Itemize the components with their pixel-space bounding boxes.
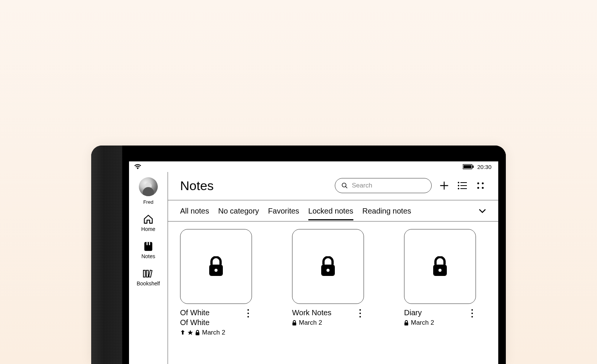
tab-all-notes[interactable]: All notes [180,201,209,220]
add-button[interactable] [438,180,450,191]
device-bezel [122,146,506,161]
list-view-button[interactable] [457,180,468,191]
svg-point-30 [438,269,442,272]
svg-point-17 [458,188,459,189]
search-input[interactable] [352,182,425,189]
sidebar-item-bookshelf[interactable]: Bookshelf [137,268,160,287]
svg-point-13 [458,182,459,183]
note-card[interactable]: Diary March 2 [404,229,476,336]
svg-point-15 [458,185,459,186]
svg-point-22 [482,187,484,189]
note-menu-button[interactable] [244,308,252,318]
notes-grid: Of White Of White March 2 [168,221,498,364]
svg-line-10 [345,186,347,188]
sidebar-item-label: Bookshelf [137,280,160,287]
home-icon [143,214,154,225]
search-icon [341,182,348,189]
bookshelf-icon [143,268,154,279]
sidebar: Fred Home Notes B [129,172,168,364]
more-options-button[interactable] [475,180,486,191]
lock-small-icon [195,330,200,335]
device-spine [91,146,122,364]
search-field[interactable] [335,178,432,193]
page-title: Notes [180,178,214,193]
note-title: Work Notes [292,308,331,318]
note-title: Of White [180,308,210,318]
svg-point-27 [326,269,330,272]
note-thumbnail[interactable] [404,229,476,304]
note-date: March 2 [299,319,322,327]
lock-icon [208,256,224,277]
svg-rect-3 [144,242,152,251]
tab-favorites[interactable]: Favorites [268,201,299,220]
note-meta: March 2 [292,319,364,327]
note-thumbnail[interactable] [180,229,252,304]
svg-point-24 [215,269,218,272]
header: Notes [168,172,498,200]
svg-rect-7 [146,270,148,277]
svg-point-21 [477,187,479,189]
svg-rect-1 [463,165,471,168]
sidebar-user-name: Fred [143,199,154,205]
sidebar-item-notes[interactable]: Notes [141,241,155,259]
lock-icon [320,256,336,277]
note-title: Diary [404,308,422,318]
sidebar-item-label: Notes [141,253,155,259]
lock-small-icon [292,320,297,325]
screen: 20:30 Fred Home Notes [129,161,498,364]
note-menu-button[interactable] [356,308,364,318]
sync-icon [180,330,185,335]
svg-rect-5 [149,242,150,245]
svg-rect-28 [292,322,296,325]
lock-icon [432,256,448,277]
note-thumbnail[interactable] [292,229,364,304]
note-date: March 2 [202,329,225,336]
svg-rect-2 [473,166,474,168]
svg-point-9 [342,183,346,187]
tabs-expand-button[interactable] [479,209,486,213]
avatar[interactable] [139,177,158,196]
star-icon [188,330,193,335]
tab-locked-notes[interactable]: Locked notes [308,201,353,220]
note-meta: March 2 [404,319,476,327]
main: Notes [168,172,498,364]
note-subtitle: Of White [180,318,210,327]
status-bar: 20:30 [129,161,498,172]
sidebar-item-home[interactable]: Home [141,214,155,232]
sidebar-item-label: Home [141,226,155,232]
wifi-icon [134,164,141,169]
battery-icon [463,164,474,169]
note-card[interactable]: Work Notes March 2 [292,229,364,336]
content-area: Fred Home Notes B [129,172,498,364]
tab-reading-notes[interactable]: Reading notes [362,201,411,220]
tabs: All notes No category Favorites Locked n… [168,200,498,221]
note-card[interactable]: Of White Of White March 2 [180,229,252,336]
svg-point-19 [477,183,479,184]
tab-no-category[interactable]: No category [218,201,259,220]
status-time: 20:30 [477,164,491,170]
svg-rect-8 [149,270,152,277]
svg-rect-25 [196,332,199,335]
svg-rect-31 [404,322,408,325]
lock-small-icon [404,320,409,325]
note-date: March 2 [411,319,434,327]
svg-point-20 [482,183,484,184]
svg-rect-4 [146,242,148,245]
notes-icon [143,241,154,252]
device-frame: 20:30 Fred Home Notes [91,146,506,364]
note-meta: March 2 [180,329,252,336]
note-menu-button[interactable] [468,308,476,318]
svg-rect-6 [143,270,145,277]
